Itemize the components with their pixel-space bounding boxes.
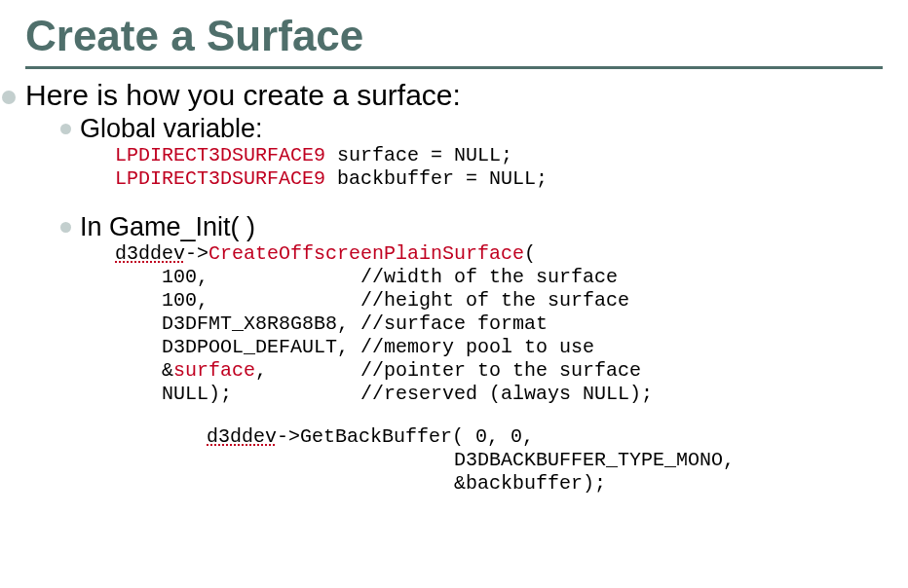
code-comment: //reserved (always NULL); <box>360 383 653 405</box>
code-arg: D3DFMT_X8R8G8B8, <box>115 312 360 335</box>
bullet-level-1-gameinit: In Game_Init( ) <box>60 212 883 242</box>
code-arg: D3DPOOL_DEFAULT, <box>115 336 360 358</box>
code-comment: //memory pool to use <box>360 336 594 358</box>
code-comment: //pointer to the surface <box>360 359 641 382</box>
bullet-dot-icon <box>60 124 71 134</box>
code-object: d3ddev <box>115 242 185 265</box>
bullet-level-0-text: Here is how you create a surface: <box>25 79 461 112</box>
code-type: LPDIRECT3DSURFACE9 <box>115 167 325 190</box>
code-getbackbuffer-line1: d3ddev->GetBackBuffer( 0, 0, <box>207 425 883 449</box>
slide-title: Create a Surface <box>25 12 883 60</box>
code-arg: NULL); <box>115 383 360 405</box>
bullet-level-1-text: In Game_Init( ) <box>80 212 255 242</box>
code-create-surface: d3ddev->CreateOffscreenPlainSurface( 100… <box>115 242 883 406</box>
spacer <box>25 406 883 425</box>
code-arg-name: surface <box>173 359 255 382</box>
code-type: LPDIRECT3DSURFACE9 <box>115 144 325 166</box>
code-arrow: -> <box>185 242 208 265</box>
code-arg-pre: & <box>115 359 173 382</box>
bullet-dot-icon <box>60 222 71 233</box>
code-getbackbuffer-line3: &backbuffer); <box>454 472 883 496</box>
code-arg-post: , <box>255 359 360 382</box>
bullet-dot-icon <box>2 91 16 104</box>
code-comment: //surface format <box>360 312 548 335</box>
code-getbackbuffer-line2: D3DBACKBUFFER_TYPE_MONO, <box>454 449 883 472</box>
code-arg: 100, <box>115 266 360 288</box>
code-rest: surface = NULL; <box>325 144 512 166</box>
bullet-level-1-text: Global variable: <box>80 114 263 144</box>
code-comment: //width of the surface <box>360 266 618 288</box>
code-rest: backbuffer = NULL; <box>325 167 548 190</box>
code-open-paren: ( <box>524 242 536 265</box>
code-global-vars: LPDIRECT3DSURFACE9 surface = NULL; LPDIR… <box>115 144 883 191</box>
bullet-level-1-global: Global variable: <box>60 114 883 144</box>
code-comment: //height of the surface <box>360 289 629 312</box>
spacer <box>25 191 883 210</box>
bullet-level-0: Here is how you create a surface: <box>2 79 883 112</box>
slide: Create a Surface Here is how you create … <box>0 0 908 588</box>
code-method: CreateOffscreenPlainSurface <box>208 242 524 265</box>
code-arg: 100, <box>115 289 360 312</box>
title-underline <box>25 66 883 69</box>
code-rest: ->GetBackBuffer( 0, 0, <box>277 425 534 448</box>
code-object: d3ddev <box>207 425 277 448</box>
